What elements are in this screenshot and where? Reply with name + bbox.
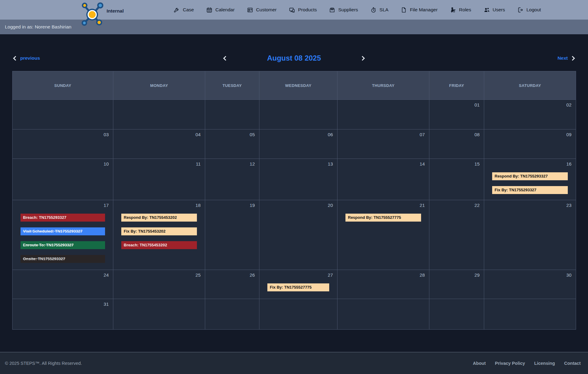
day-cell-13: 13 [259,159,337,200]
day-cell-19: 19 [205,200,259,270]
calendar-week-row: 24252627Fix By: TN1755527775282930 [13,270,576,299]
respond-by-event[interactable]: Respond By: TN1755293327 [492,172,568,180]
date-number: 28 [337,270,429,279]
weekday-header-saturday: SATURDAY [484,71,576,100]
wrench-icon [174,7,180,13]
date-number: 14 [337,159,429,168]
day-cell-02: 02 [484,100,576,129]
copyright-text: © 2025 STEPS™. All Rights Reserved. [5,361,82,366]
weekday-row: SUNDAYMONDAYTUESDAYWEDNESDAYTHURSDAYFRID… [13,71,576,100]
nav-item-roles[interactable]: Roles [450,7,471,13]
calendar-controls: previous August 08 2025 Next [0,52,588,64]
day-cell-06: 06 [259,129,337,159]
day-cell-07: 07 [337,129,429,159]
footer-link-about[interactable]: About [473,361,486,366]
date-number [113,299,205,308]
day-cell-empty [205,299,259,330]
event-list: Respond By: TN1755453202Fix By: TN175545… [113,214,205,249]
day-cell-15: 15 [429,159,484,200]
visit-scheduled-event[interactable]: Visit Scheduled: TN1755293327 [21,227,105,235]
nav-item-case[interactable]: Case [174,7,194,13]
date-number: 30 [484,270,576,279]
date-number: 17 [13,200,113,209]
day-cell-25: 25 [113,270,205,299]
nav-item-sla[interactable]: SLA [370,7,388,13]
day-cell-empty [113,299,205,330]
calendar-week-row: 17Breach: TN1755293327Visit Scheduled: T… [13,200,576,270]
respond-by-event[interactable]: Respond By: TN1755527775 [345,214,421,222]
footer-link-privacy-policy[interactable]: Privacy Policy [495,361,525,366]
logout-icon [517,7,524,13]
chevron-right-icon[interactable] [360,56,365,61]
main-nav: CaseCalendarCustomerProductsSuppliersSLA… [174,0,541,20]
day-cell-20: 20 [259,200,337,270]
date-number: 29 [429,270,484,279]
chevron-left-icon[interactable] [13,56,18,61]
logged-in-text: Logged in as: Norene Bashirian [5,24,71,30]
day-cell-08: 08 [429,129,484,159]
nav-item-label: Logout [526,7,541,13]
respond-by-event[interactable]: Respond By: TN1755453202 [121,214,197,222]
date-number: 27 [259,270,337,279]
event-list: Respond By: TN1755527775 [337,214,429,222]
breach-event[interactable]: Breach: TN1755453202 [121,241,197,249]
nav-item-products[interactable]: Products [289,7,317,13]
weekday-header-friday: FRIDAY [429,71,484,100]
nav-item-label: Suppliers [338,7,358,13]
calendar-page: previous August 08 2025 Next SUNDAYMONDA… [0,34,588,352]
day-cell-27: 27Fix By: TN1755527775 [259,270,337,299]
date-number: 05 [205,129,259,139]
molecule-logo-icon [80,1,105,26]
date-number [259,100,337,109]
date-number [484,299,576,308]
brand-logo[interactable]: Internal [80,1,124,26]
fix-by-event[interactable]: Fix By: TN1755293327 [492,186,568,194]
date-number: 20 [259,200,337,209]
nav-item-customer[interactable]: Customer [247,7,277,13]
calendar-body: 01020304050607080910111213141516Respond … [13,100,576,330]
nav-item-calendar[interactable]: Calendar [206,7,235,13]
day-cell-03: 03 [13,129,113,159]
weekday-header-sunday: SUNDAY [13,71,113,100]
nav-item-file-manager[interactable]: File Manager [401,7,437,13]
date-number: 12 [205,159,259,168]
date-number [337,299,429,308]
calendar-week-row: 10111213141516Respond By: TN1755293327Fi… [13,159,576,200]
footer-link-contact[interactable]: Contact [564,361,581,366]
day-cell-empty [337,299,429,330]
fix-by-event[interactable]: Fix By: TN1755527775 [267,283,329,291]
calendar-week-row: 31 [13,299,576,330]
fix-by-event[interactable]: Fix By: TN1755453202 [121,227,197,235]
day-cell-empty [259,299,337,330]
footer-link-licensing[interactable]: Licensing [534,361,555,366]
enroute-event[interactable]: Enroute To: TN1755293327 [21,241,105,249]
chevron-left-icon[interactable] [223,56,228,61]
document-icon [401,7,407,13]
breach-event[interactable]: Breach: TN1755293327 [21,214,105,222]
nav-item-suppliers[interactable]: Suppliers [329,7,358,13]
date-number [13,100,113,109]
day-cell-empty [259,100,337,129]
person-desk-icon [450,7,456,13]
date-number: 23 [484,200,576,209]
date-number [205,100,259,109]
onsite-event[interactable]: Onsite: TN1755293327 [21,255,105,263]
day-cell-empty [429,299,484,330]
next-month-link[interactable]: Next [557,55,568,61]
previous-month-link[interactable]: previous [20,55,40,61]
day-cell-24: 24 [13,270,113,299]
nav-item-logout[interactable]: Logout [517,7,541,13]
footer-links: AboutPrivacy PolicyLicensingContact [473,361,581,366]
nav-item-users[interactable]: Users [484,7,505,13]
date-number [205,299,259,308]
calendar-title: August 08 2025 [267,54,321,62]
day-cell-empty [337,100,429,129]
chevron-right-icon[interactable] [570,56,575,61]
date-number: 02 [484,100,576,109]
day-cell-17: 17Breach: TN1755293327Visit Scheduled: T… [13,200,113,270]
date-number: 16 [484,159,576,168]
customer-card-icon [247,7,253,13]
day-cell-empty [113,100,205,129]
date-number: 25 [113,270,205,279]
nav-item-label: SLA [379,7,388,13]
